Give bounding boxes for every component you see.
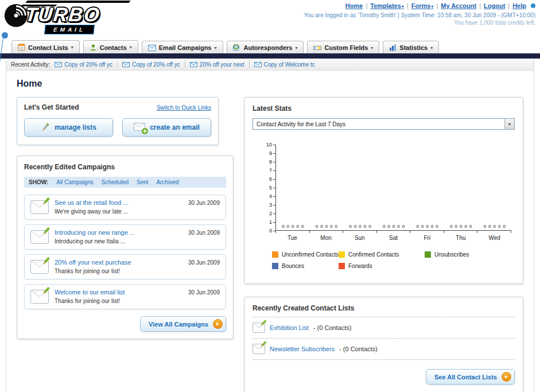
envelope-plus-icon <box>134 123 145 133</box>
top-link-logout[interactable]: Logout <box>484 2 505 9</box>
caret-down-icon: ▾ <box>430 45 433 51</box>
filter-archived[interactable]: Archived <box>157 179 179 185</box>
latest-stats-title: Latest Stats <box>252 104 515 112</box>
tab-label: Contact Lists <box>28 44 68 51</box>
tab-statistics[interactable]: Statistics ▾ <box>383 41 439 53</box>
y-axis-label: 4 <box>269 193 275 199</box>
custom-fields-icon <box>313 45 321 51</box>
chart-value-group: 00000 <box>377 224 411 229</box>
contact-lists-title: Recently Created Contact Lists <box>252 304 354 312</box>
manage-lists-button[interactable]: manage lists <box>24 118 113 137</box>
campaign-subtitle: Introducing our new Italia ... <box>55 238 125 244</box>
tab-contact-lists[interactable]: Contact Lists ▾ <box>11 40 80 53</box>
chart-x-label: Wed <box>477 235 511 241</box>
y-axis-label: 5 <box>269 185 275 191</box>
content-frame: Recent Activity: Copy of 20% off yc Copy… <box>6 59 534 392</box>
legend-swatch <box>339 263 345 269</box>
contact-list-link[interactable]: Exhibition List <box>270 324 309 331</box>
filter-all-campaigns[interactable]: All Campaigns <box>56 179 93 185</box>
y-axis-label: 8 <box>269 159 275 165</box>
campaign-date: 30 Jun 2009 <box>188 230 220 236</box>
y-axis-label: 7 <box>269 168 275 173</box>
tab-label: Email Campaigns <box>159 44 212 51</box>
caret-down-icon: ▾ <box>371 45 373 51</box>
left-column: Let's Get Started Switch to Quick Links … <box>17 97 234 339</box>
campaign-item[interactable]: 20% off your next purchase Thanks for jo… <box>24 254 226 280</box>
campaign-item[interactable]: Welcome to our email list Thanks for joi… <box>24 284 226 309</box>
chart-x-label: Mon <box>309 235 343 241</box>
contact-list-count: - (0 Contacts) <box>339 346 378 352</box>
divider <box>249 61 250 68</box>
y-axis-label: 2 <box>269 211 275 216</box>
campaign-link[interactable]: Welcome to our email list <box>55 289 125 296</box>
filter-sent[interactable]: Sent <box>137 179 149 185</box>
chart-value-group: 00000 <box>444 224 478 229</box>
top-link-help[interactable]: Help <box>512 2 526 9</box>
stats-period-select[interactable]: Contact Activity for the Last 7 Days ▼ <box>252 118 515 130</box>
legend-item: Unconfirmed Contacts <box>272 251 339 258</box>
chart-x-labels: TueMonSunSatFriThuWed <box>275 235 511 241</box>
campaign-item[interactable]: Introducing our new range ... Introducin… <box>24 224 226 250</box>
campaign-item[interactable]: See us at the retail food ... We're givi… <box>24 195 226 220</box>
caret-down-icon: ▾ <box>214 45 216 51</box>
campaign-subtitle: We're giving away our late ... <box>55 208 128 215</box>
chart-x-label: Fri <box>410 235 444 241</box>
recent-activity-bar: Recent Activity: Copy of 20% off yc Copy… <box>6 59 534 71</box>
top-link-my-account[interactable]: My Account <box>441 2 476 9</box>
caret-down-icon: ▾ <box>71 45 73 50</box>
chart-x-label: Sat <box>376 235 410 241</box>
caret-down-icon: ▾ <box>402 4 404 9</box>
y-axis-label: 1 <box>269 219 275 225</box>
legend-swatch <box>339 251 345 258</box>
campaign-link[interactable]: Introducing our new range ... <box>55 229 135 236</box>
tab-email-campaigns[interactable]: Email Campaigns ▾ <box>142 41 223 53</box>
envelope-icon <box>190 62 197 67</box>
contact-lists-icon <box>18 44 25 51</box>
chart-value-group: 00000 <box>343 224 377 229</box>
latest-stats-panel: Latest Stats Contact Activity for the La… <box>244 97 523 284</box>
y-axis-label: 10 <box>266 142 275 148</box>
top-link-forms[interactable]: Forms▾ <box>411 2 434 9</box>
main-nav: Contact Lists ▾ Contacts ▾ Email Campaig… <box>0 38 540 53</box>
contacts-icon <box>90 44 97 51</box>
tab-custom-fields[interactable]: Custom Fields ▾ <box>307 41 379 53</box>
legend-item: Forwards <box>339 263 372 269</box>
arrow-right-icon: ► <box>502 372 511 382</box>
chart-plot-area: 00000000000000000000000000000000000 <box>275 145 511 231</box>
get-started-title: Let's Get Started <box>24 103 79 111</box>
turbo-email-logo: TURBO EMAIL <box>3 1 100 34</box>
recent-activity-link[interactable]: Copy of 20% off yc <box>132 61 180 68</box>
pencil-icon <box>41 123 50 132</box>
contact-list-item[interactable]: Exhibition List - (0 Contacts) <box>252 317 515 339</box>
chart-x-label: Thu <box>444 235 478 241</box>
recent-activity-link[interactable]: Copy of Welcome tc <box>264 61 315 68</box>
caret-down-icon: ▾ <box>431 4 433 9</box>
envelope-icon <box>122 62 130 67</box>
campaign-link[interactable]: See us at the retail food ... <box>55 199 128 206</box>
contact-list-link[interactable]: Newsletter Subscribers <box>270 346 335 352</box>
see-all-contact-lists-button[interactable]: See All Contact Lists ► <box>426 369 515 385</box>
campaign-link[interactable]: 20% off your next purchase <box>55 259 131 266</box>
legend-item: Unsubscribes <box>425 251 469 258</box>
switch-to-quick-links[interactable]: Switch to Quick Links <box>157 104 211 111</box>
contact-list-item[interactable]: Newsletter Subscribers - (0 Contacts) <box>252 339 515 360</box>
arrow-right-icon: ► <box>213 319 223 329</box>
top-link-home[interactable]: Home <box>345 2 363 9</box>
logo-title: TURBO <box>24 5 101 24</box>
tab-label: Custom Fields <box>324 44 368 51</box>
get-started-panel: Let's Get Started Switch to Quick Links … <box>17 97 219 145</box>
tab-autoresponders[interactable]: Autoresponders ▾ <box>227 41 304 53</box>
campaign-date: 30 Jun 2009 <box>188 200 220 206</box>
tab-contacts[interactable]: Contacts ▾ <box>83 40 138 53</box>
filter-scheduled[interactable]: Scheduled <box>102 179 129 185</box>
campaign-date: 30 Jun 2009 <box>188 289 220 296</box>
create-email-button[interactable]: create an email <box>122 118 211 137</box>
view-all-campaigns-button[interactable]: View All Campaigns ► <box>140 316 226 332</box>
top-link-templates[interactable]: Templates▾ <box>370 2 404 9</box>
y-axis-label: 9 <box>269 150 275 156</box>
chart-value-group: 00000 <box>410 224 444 229</box>
recent-activity-link[interactable]: Copy of 20% off yc <box>64 61 112 68</box>
chart-zero-row: 00000000000000000000000000000000000 <box>276 224 511 229</box>
legend-swatch <box>272 263 278 269</box>
recent-activity-link[interactable]: 20% off your next <box>200 61 244 68</box>
